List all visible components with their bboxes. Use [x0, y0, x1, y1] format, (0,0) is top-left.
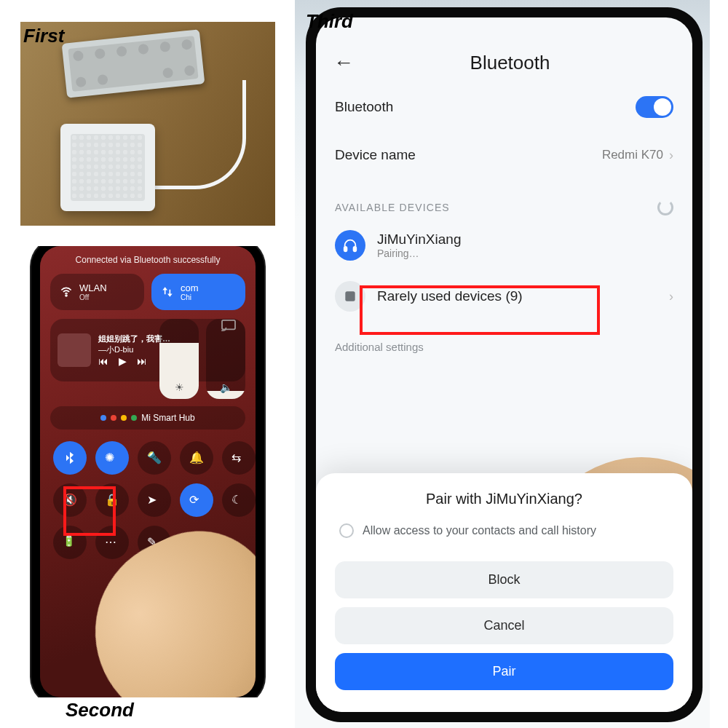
cable [151, 80, 246, 189]
sync-icon: ⇆ [232, 451, 246, 465]
device-row-jimu[interactable]: JiMuYinXiang Pairing… [316, 220, 692, 271]
phone-frame: Connected via Bluetooth successfully WLA… [31, 246, 264, 697]
dialog-title: Pair with JiMuYinXiang? [335, 491, 673, 507]
bell-icon: 🔔 [189, 451, 204, 465]
speaker-icon: 🔈 [206, 381, 245, 393]
contacts-checkbox-row[interactable]: Allow access to your contacts and call h… [335, 521, 673, 553]
hub-label: Mi Smart Hub [141, 413, 194, 423]
wlan-sub: Off [79, 293, 107, 301]
device-status: Pairing… [377, 248, 461, 259]
step-label-third: Third [306, 10, 353, 33]
bluetooth-screen: ← Bluetooth Bluetooth Device name Redmi … [316, 17, 692, 712]
brightness-slider[interactable]: ☀ [159, 319, 199, 399]
wlan-title: WLAN [79, 282, 107, 293]
svg-point-0 [66, 295, 67, 296]
pair-dialog: Pair with JiMuYinXiang? Allow access to … [316, 473, 692, 712]
bluetooth-toggle-row[interactable]: Bluetooth [316, 82, 692, 132]
play-icon[interactable]: ▶ [119, 355, 127, 367]
wlan-tile[interactable]: WLANOff [50, 274, 144, 310]
qs-location[interactable]: ➤ [138, 483, 171, 517]
hardware-photo [20, 22, 275, 226]
highlight-device-row [360, 285, 600, 335]
control-center-screen: Connected via Bluetooth successfully WLA… [40, 246, 256, 697]
album-art [58, 333, 91, 367]
assistant-dot-icon [100, 415, 106, 421]
cancel-button[interactable]: Cancel [335, 607, 673, 644]
flashlight-icon: 🔦 [147, 451, 162, 465]
bluetooth-label: Bluetooth [335, 99, 393, 115]
rotate-icon: ⟳ [189, 493, 204, 507]
location-icon: ➤ [147, 493, 162, 507]
chevron-right-icon: › [669, 289, 673, 304]
mi-smart-hub-tile[interactable]: Mi Smart Hub [50, 406, 245, 430]
data-line2: Chi [181, 293, 199, 301]
bluetooth-settings-panel: ← Bluetooth Bluetooth Device name Redmi … [295, 0, 710, 728]
checkbox-label: Allow access to your contacts and call h… [363, 524, 596, 537]
assistant-dot-icon [121, 415, 127, 421]
available-devices-header: AVAILABLE DEVICES [335, 202, 450, 213]
qs-dark-mode[interactable]: ☾ [222, 483, 256, 517]
assistant-dot-icon [131, 415, 137, 421]
device-name-value: Redmi K70 [602, 148, 663, 162]
device-name-row[interactable]: Device name Redmi K70 › [316, 132, 692, 178]
step-label-second: Second [66, 699, 134, 721]
ellipsis-icon: ⋯ [105, 535, 119, 550]
page-title: Bluetooth [345, 52, 675, 74]
checkbox-icon[interactable] [339, 523, 354, 538]
qs-bluetooth[interactable] [53, 441, 87, 475]
sun-icon: ☀ [159, 381, 199, 393]
pair-button[interactable]: Pair [335, 653, 673, 690]
phone-frame: ← Bluetooth Bluetooth Device name Redmi … [306, 7, 703, 722]
block-button[interactable]: Block [335, 561, 673, 598]
highlight-bluetooth-toggle [63, 486, 116, 536]
qs-auto-brightness[interactable]: ✺ [95, 441, 129, 475]
control-center-panel: Connected via Bluetooth successfully WLA… [20, 246, 275, 697]
prev-icon[interactable]: ⏮ [98, 355, 108, 367]
brightness-icon: ✺ [105, 451, 119, 465]
battery-icon: 🔋 [63, 535, 77, 550]
svg-rect-4 [345, 291, 355, 301]
next-icon[interactable]: ⏭ [137, 355, 147, 367]
headphones-icon [335, 230, 365, 261]
moon-icon: ☾ [232, 493, 246, 507]
data-line1: com [181, 282, 199, 293]
device-name: JiMuYinXiang [377, 232, 461, 248]
data-arrows-icon [160, 285, 175, 299]
qs-rotation[interactable]: ⟳ [180, 483, 213, 517]
chevron-right-icon: › [669, 148, 673, 163]
scanning-spinner-icon [657, 199, 673, 215]
svg-rect-3 [354, 247, 357, 251]
assistant-dot-icon [111, 415, 116, 421]
qs-flashlight[interactable]: 🔦 [138, 441, 171, 475]
wifi-icon [59, 285, 74, 299]
speaker-module [60, 124, 155, 211]
svg-rect-2 [344, 247, 347, 251]
qs-sync[interactable]: ⇆ [222, 441, 256, 475]
qs-dnd[interactable]: 🔔 [180, 441, 213, 475]
mobile-data-tile[interactable]: comChi [151, 274, 245, 310]
device-name-label: Device name [335, 147, 416, 163]
bluetooth-toggle[interactable] [636, 96, 673, 118]
step-label-first: First [23, 25, 64, 47]
volume-slider[interactable]: 🔈 [206, 319, 245, 399]
toast-message: Connected via Bluetooth successfully [40, 246, 256, 269]
